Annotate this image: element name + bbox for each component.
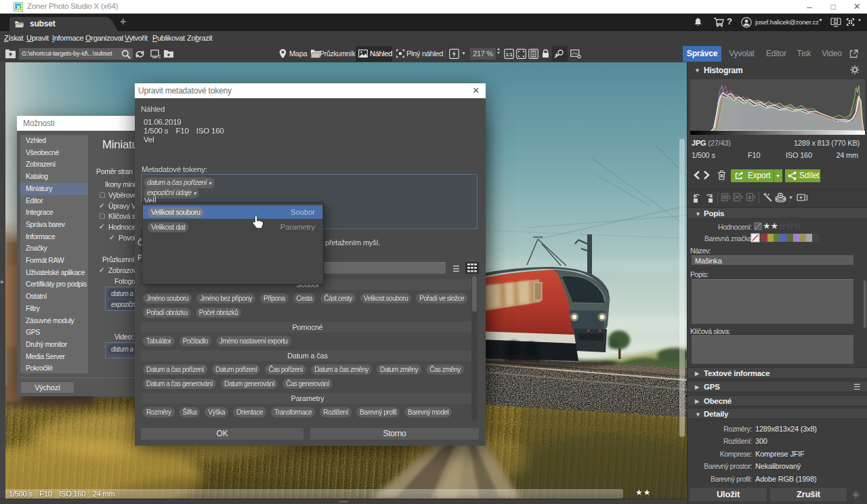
svg-text:1:1: 1:1	[506, 51, 513, 58]
svg-text:2: 2	[158, 54, 161, 59]
svg-text:X: X	[16, 3, 21, 11]
svg-text:2: 2	[835, 20, 837, 24]
